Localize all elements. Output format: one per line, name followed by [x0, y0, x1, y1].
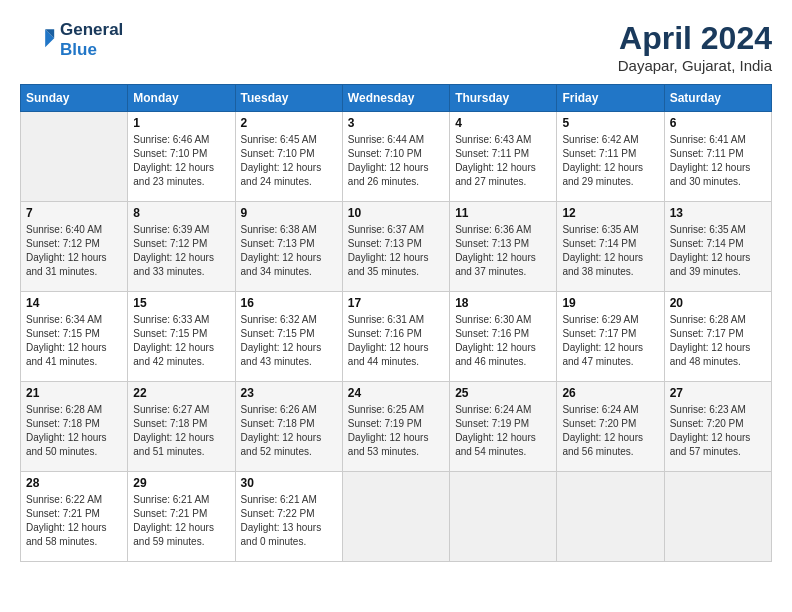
day-info: Sunrise: 6:41 AMSunset: 7:11 PMDaylight:… — [670, 133, 766, 189]
day-number: 8 — [133, 206, 229, 220]
day-info: Sunrise: 6:30 AMSunset: 7:16 PMDaylight:… — [455, 313, 551, 369]
calendar-cell — [342, 472, 449, 562]
day-number: 11 — [455, 206, 551, 220]
calendar-cell: 28Sunrise: 6:22 AMSunset: 7:21 PMDayligh… — [21, 472, 128, 562]
day-info: Sunrise: 6:40 AMSunset: 7:12 PMDaylight:… — [26, 223, 122, 279]
calendar-cell — [450, 472, 557, 562]
calendar-cell: 22Sunrise: 6:27 AMSunset: 7:18 PMDayligh… — [128, 382, 235, 472]
day-number: 19 — [562, 296, 658, 310]
day-info: Sunrise: 6:44 AMSunset: 7:10 PMDaylight:… — [348, 133, 444, 189]
calendar-cell: 5Sunrise: 6:42 AMSunset: 7:11 PMDaylight… — [557, 112, 664, 202]
day-info: Sunrise: 6:33 AMSunset: 7:15 PMDaylight:… — [133, 313, 229, 369]
calendar-cell: 25Sunrise: 6:24 AMSunset: 7:19 PMDayligh… — [450, 382, 557, 472]
calendar-cell: 7Sunrise: 6:40 AMSunset: 7:12 PMDaylight… — [21, 202, 128, 292]
day-info: Sunrise: 6:28 AMSunset: 7:18 PMDaylight:… — [26, 403, 122, 459]
day-number: 4 — [455, 116, 551, 130]
calendar-cell: 18Sunrise: 6:30 AMSunset: 7:16 PMDayligh… — [450, 292, 557, 382]
calendar-cell: 23Sunrise: 6:26 AMSunset: 7:18 PMDayligh… — [235, 382, 342, 472]
day-number: 15 — [133, 296, 229, 310]
day-info: Sunrise: 6:32 AMSunset: 7:15 PMDaylight:… — [241, 313, 337, 369]
day-info: Sunrise: 6:36 AMSunset: 7:13 PMDaylight:… — [455, 223, 551, 279]
weekday-header: Monday — [128, 85, 235, 112]
day-info: Sunrise: 6:37 AMSunset: 7:13 PMDaylight:… — [348, 223, 444, 279]
header-row: SundayMondayTuesdayWednesdayThursdayFrid… — [21, 85, 772, 112]
day-number: 5 — [562, 116, 658, 130]
calendar-week-row: 28Sunrise: 6:22 AMSunset: 7:21 PMDayligh… — [21, 472, 772, 562]
calendar-week-row: 14Sunrise: 6:34 AMSunset: 7:15 PMDayligh… — [21, 292, 772, 382]
logo-icon — [20, 22, 56, 58]
day-number: 9 — [241, 206, 337, 220]
day-number: 29 — [133, 476, 229, 490]
day-number: 17 — [348, 296, 444, 310]
calendar-cell: 17Sunrise: 6:31 AMSunset: 7:16 PMDayligh… — [342, 292, 449, 382]
day-info: Sunrise: 6:24 AMSunset: 7:20 PMDaylight:… — [562, 403, 658, 459]
weekday-header: Saturday — [664, 85, 771, 112]
day-number: 1 — [133, 116, 229, 130]
page-header: General Blue April 2024 Dayapar, Gujarat… — [20, 20, 772, 74]
day-number: 23 — [241, 386, 337, 400]
day-info: Sunrise: 6:31 AMSunset: 7:16 PMDaylight:… — [348, 313, 444, 369]
calendar-cell: 2Sunrise: 6:45 AMSunset: 7:10 PMDaylight… — [235, 112, 342, 202]
day-info: Sunrise: 6:35 AMSunset: 7:14 PMDaylight:… — [670, 223, 766, 279]
day-number: 26 — [562, 386, 658, 400]
day-number: 22 — [133, 386, 229, 400]
location: Dayapar, Gujarat, India — [618, 57, 772, 74]
day-number: 7 — [26, 206, 122, 220]
day-number: 12 — [562, 206, 658, 220]
day-number: 27 — [670, 386, 766, 400]
calendar-cell: 11Sunrise: 6:36 AMSunset: 7:13 PMDayligh… — [450, 202, 557, 292]
calendar-cell: 21Sunrise: 6:28 AMSunset: 7:18 PMDayligh… — [21, 382, 128, 472]
calendar-cell: 14Sunrise: 6:34 AMSunset: 7:15 PMDayligh… — [21, 292, 128, 382]
weekday-header: Sunday — [21, 85, 128, 112]
day-info: Sunrise: 6:45 AMSunset: 7:10 PMDaylight:… — [241, 133, 337, 189]
day-info: Sunrise: 6:27 AMSunset: 7:18 PMDaylight:… — [133, 403, 229, 459]
calendar-cell: 30Sunrise: 6:21 AMSunset: 7:22 PMDayligh… — [235, 472, 342, 562]
day-info: Sunrise: 6:46 AMSunset: 7:10 PMDaylight:… — [133, 133, 229, 189]
calendar-cell: 27Sunrise: 6:23 AMSunset: 7:20 PMDayligh… — [664, 382, 771, 472]
logo-text: General Blue — [60, 20, 123, 60]
title-area: April 2024 Dayapar, Gujarat, India — [618, 20, 772, 74]
day-info: Sunrise: 6:35 AMSunset: 7:14 PMDaylight:… — [562, 223, 658, 279]
day-number: 10 — [348, 206, 444, 220]
day-info: Sunrise: 6:22 AMSunset: 7:21 PMDaylight:… — [26, 493, 122, 549]
calendar-cell: 24Sunrise: 6:25 AMSunset: 7:19 PMDayligh… — [342, 382, 449, 472]
calendar-cell: 4Sunrise: 6:43 AMSunset: 7:11 PMDaylight… — [450, 112, 557, 202]
calendar-cell: 9Sunrise: 6:38 AMSunset: 7:13 PMDaylight… — [235, 202, 342, 292]
day-info: Sunrise: 6:24 AMSunset: 7:19 PMDaylight:… — [455, 403, 551, 459]
month-title: April 2024 — [618, 20, 772, 57]
day-number: 6 — [670, 116, 766, 130]
calendar-cell: 1Sunrise: 6:46 AMSunset: 7:10 PMDaylight… — [128, 112, 235, 202]
day-info: Sunrise: 6:21 AMSunset: 7:21 PMDaylight:… — [133, 493, 229, 549]
day-info: Sunrise: 6:26 AMSunset: 7:18 PMDaylight:… — [241, 403, 337, 459]
calendar-cell: 6Sunrise: 6:41 AMSunset: 7:11 PMDaylight… — [664, 112, 771, 202]
day-info: Sunrise: 6:43 AMSunset: 7:11 PMDaylight:… — [455, 133, 551, 189]
day-info: Sunrise: 6:23 AMSunset: 7:20 PMDaylight:… — [670, 403, 766, 459]
day-info: Sunrise: 6:39 AMSunset: 7:12 PMDaylight:… — [133, 223, 229, 279]
weekday-header: Tuesday — [235, 85, 342, 112]
day-number: 2 — [241, 116, 337, 130]
day-info: Sunrise: 6:25 AMSunset: 7:19 PMDaylight:… — [348, 403, 444, 459]
calendar-cell: 19Sunrise: 6:29 AMSunset: 7:17 PMDayligh… — [557, 292, 664, 382]
day-number: 18 — [455, 296, 551, 310]
calendar-cell: 26Sunrise: 6:24 AMSunset: 7:20 PMDayligh… — [557, 382, 664, 472]
calendar-cell: 15Sunrise: 6:33 AMSunset: 7:15 PMDayligh… — [128, 292, 235, 382]
day-number: 24 — [348, 386, 444, 400]
calendar-cell — [664, 472, 771, 562]
calendar-cell: 13Sunrise: 6:35 AMSunset: 7:14 PMDayligh… — [664, 202, 771, 292]
calendar-week-row: 21Sunrise: 6:28 AMSunset: 7:18 PMDayligh… — [21, 382, 772, 472]
calendar-cell: 10Sunrise: 6:37 AMSunset: 7:13 PMDayligh… — [342, 202, 449, 292]
day-number: 28 — [26, 476, 122, 490]
calendar-cell: 16Sunrise: 6:32 AMSunset: 7:15 PMDayligh… — [235, 292, 342, 382]
calendar-cell: 12Sunrise: 6:35 AMSunset: 7:14 PMDayligh… — [557, 202, 664, 292]
day-number: 14 — [26, 296, 122, 310]
day-info: Sunrise: 6:38 AMSunset: 7:13 PMDaylight:… — [241, 223, 337, 279]
day-number: 16 — [241, 296, 337, 310]
day-info: Sunrise: 6:42 AMSunset: 7:11 PMDaylight:… — [562, 133, 658, 189]
day-number: 13 — [670, 206, 766, 220]
calendar-cell — [21, 112, 128, 202]
day-number: 25 — [455, 386, 551, 400]
calendar-cell: 20Sunrise: 6:28 AMSunset: 7:17 PMDayligh… — [664, 292, 771, 382]
day-number: 21 — [26, 386, 122, 400]
calendar-cell: 29Sunrise: 6:21 AMSunset: 7:21 PMDayligh… — [128, 472, 235, 562]
weekday-header: Wednesday — [342, 85, 449, 112]
